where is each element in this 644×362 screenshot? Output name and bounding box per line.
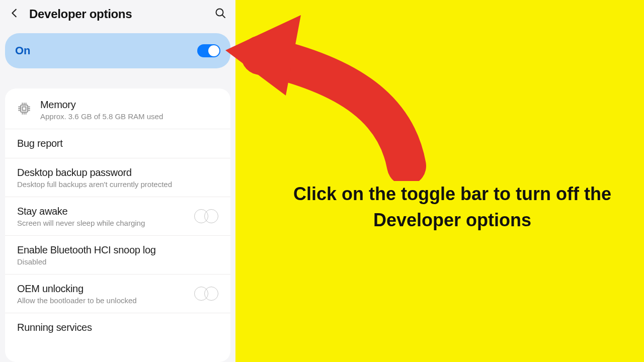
row-bluetooth-hci-snoop[interactable]: Enable Bluetooth HCI snoop log Disabled <box>5 236 230 275</box>
row-stay-awake[interactable]: Stay awake Screen will never sleep while… <box>5 197 230 236</box>
memory-sub: Approx. 3.6 GB of 5.8 GB RAM used <box>40 112 218 121</box>
toggle-switch-on[interactable] <box>197 44 220 57</box>
svg-rect-2 <box>21 105 28 112</box>
row-oem-unlocking[interactable]: OEM unlocking Allow the bootloader to be… <box>5 275 230 313</box>
svg-line-1 <box>222 15 225 18</box>
master-toggle-label: On <box>15 44 31 57</box>
memory-chip-icon <box>17 102 31 118</box>
callout-arrow-icon <box>225 10 427 183</box>
svg-rect-3 <box>23 107 26 111</box>
settings-screen: Developer options On Memory Approx. 3.6 … <box>0 0 235 362</box>
stayawake-title: Stay awake <box>17 205 194 218</box>
stayawake-sub: Screen will never sleep while charging <box>17 219 194 227</box>
annotation-area: Click on the toggle bar to turn off the … <box>235 0 644 362</box>
desktop-sub: Desktop full backups aren't currently pr… <box>17 180 218 189</box>
row-running-services[interactable]: Running services <box>5 313 230 336</box>
settings-card: Memory Approx. 3.6 GB of 5.8 GB RAM used… <box>5 88 230 362</box>
bugreport-title: Bug report <box>17 137 218 150</box>
oem-unlocking-toggle[interactable] <box>194 287 218 301</box>
desktop-title: Desktop backup password <box>17 166 218 179</box>
header-bar: Developer options <box>0 0 235 30</box>
bthci-sub: Disabled <box>17 257 218 266</box>
page-title: Developer options <box>29 7 205 21</box>
row-desktop-backup-password[interactable]: Desktop backup password Desktop full bac… <box>5 158 230 197</box>
bthci-title: Enable Bluetooth HCI snoop log <box>17 244 218 256</box>
back-icon[interactable] <box>9 8 20 21</box>
running-title: Running services <box>17 321 218 334</box>
instruction-text: Click on the toggle bar to turn off the … <box>291 181 614 233</box>
row-bug-report[interactable]: Bug report <box>5 129 230 158</box>
oem-sub: Allow the bootloader to be unlocked <box>17 296 194 305</box>
memory-title: Memory <box>40 99 218 111</box>
svg-marker-16 <box>225 15 301 96</box>
stay-awake-toggle[interactable] <box>194 209 218 223</box>
developer-options-master-toggle[interactable]: On <box>5 33 230 68</box>
row-memory[interactable]: Memory Approx. 3.6 GB of 5.8 GB RAM used <box>5 90 230 129</box>
oem-title: OEM unlocking <box>17 283 194 295</box>
search-icon[interactable] <box>214 7 226 21</box>
